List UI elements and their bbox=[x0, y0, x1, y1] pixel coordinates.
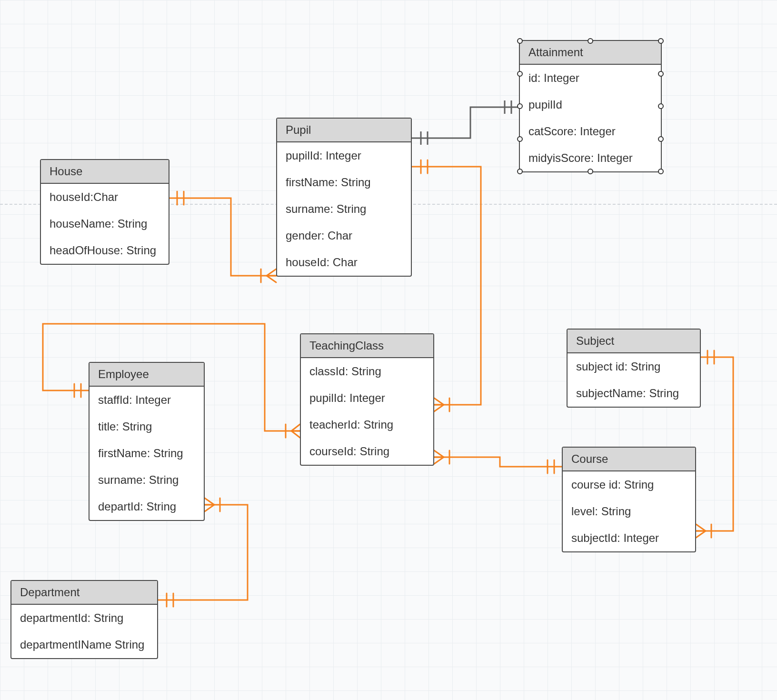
entity-course[interactable]: Course course id: String level: String s… bbox=[562, 447, 696, 552]
entity-title: Pupil bbox=[277, 119, 411, 142]
attr-row: catScore: Integer bbox=[520, 118, 661, 145]
selection-handle-w3[interactable] bbox=[517, 136, 523, 142]
selection-handle-sw[interactable] bbox=[517, 169, 523, 174]
entity-attrs: classId: String pupilId: Integer teacher… bbox=[301, 358, 433, 465]
entity-title: Attainment bbox=[520, 41, 661, 65]
attr-row: departmentId: String bbox=[11, 605, 157, 631]
entity-pupil[interactable]: Pupil pupilId: Integer firstName: String… bbox=[276, 118, 412, 277]
entity-house[interactable]: House houseId:Char houseName: String hea… bbox=[40, 159, 169, 265]
entity-title: House bbox=[41, 160, 169, 184]
selection-handle-e2[interactable] bbox=[658, 71, 664, 77]
entity-attainment[interactable]: Attainment id: Integer pupilId catScore:… bbox=[519, 40, 662, 172]
attr-row: staffId: Integer bbox=[90, 387, 204, 413]
attr-row: courseId: String bbox=[301, 438, 433, 465]
entity-attrs: subject id: String subjectName: String bbox=[568, 353, 700, 407]
entity-department[interactable]: Department departmentId: String departme… bbox=[10, 580, 158, 659]
selection-handle-nw[interactable] bbox=[517, 38, 523, 44]
attr-row: surname: String bbox=[90, 467, 204, 493]
attr-row: firstName: String bbox=[90, 440, 204, 467]
attr-row: departId: String bbox=[90, 493, 204, 520]
entity-attrs: id: Integer pupilId catScore: Integer mi… bbox=[520, 65, 661, 171]
attr-row: houseName: String bbox=[41, 210, 169, 237]
entity-attrs: departmentId: String departmentIName Str… bbox=[11, 605, 157, 658]
entity-employee[interactable]: Employee staffId: Integer title: String … bbox=[89, 362, 205, 521]
attr-row: firstName: String bbox=[277, 169, 411, 196]
entity-attrs: pupilId: Integer firstName: String surna… bbox=[277, 142, 411, 276]
selection-handle-e3[interactable] bbox=[658, 136, 664, 142]
attr-row: classId: String bbox=[301, 358, 433, 385]
entity-subject[interactable]: Subject subject id: String subjectName: … bbox=[567, 329, 701, 408]
attr-row: houseId: Char bbox=[277, 249, 411, 276]
selection-handle-se[interactable] bbox=[658, 169, 664, 174]
attr-row: houseId:Char bbox=[41, 184, 169, 210]
entity-title: TeachingClass bbox=[301, 334, 433, 358]
entity-attrs: staffId: Integer title: String firstName… bbox=[90, 387, 204, 520]
selection-handle-e[interactable] bbox=[658, 103, 664, 109]
entity-title: Employee bbox=[90, 363, 204, 387]
selection-handle-w[interactable] bbox=[517, 103, 523, 109]
attr-row: subjectName: String bbox=[568, 380, 700, 407]
attr-row: id: Integer bbox=[520, 65, 661, 91]
attr-row: midyisScore: Integer bbox=[520, 145, 661, 171]
selection-handle-n[interactable] bbox=[588, 38, 593, 44]
attr-row: headOfHouse: String bbox=[41, 237, 169, 264]
entity-attrs: houseId:Char houseName: String headOfHou… bbox=[41, 184, 169, 264]
attr-row: subject id: String bbox=[568, 353, 700, 380]
attr-row: pupilId bbox=[520, 91, 661, 118]
attr-row: teacherId: String bbox=[301, 411, 433, 438]
entity-attrs: course id: String level: String subjectI… bbox=[563, 471, 695, 551]
attr-row: gender: Char bbox=[277, 222, 411, 249]
entity-title: Department bbox=[11, 581, 157, 605]
attr-row: pupilId: Integer bbox=[301, 385, 433, 411]
attr-row: level: String bbox=[563, 498, 695, 525]
selection-handle-s[interactable] bbox=[588, 169, 593, 174]
attr-row: pupilId: Integer bbox=[277, 142, 411, 169]
selection-handle-w2[interactable] bbox=[517, 71, 523, 77]
attr-row: subjectId: Integer bbox=[563, 525, 695, 551]
attr-row: title: String bbox=[90, 413, 204, 440]
attr-row: departmentIName String bbox=[11, 631, 157, 658]
entity-title: Course bbox=[563, 448, 695, 471]
selection-handle-ne[interactable] bbox=[658, 38, 664, 44]
attr-row: surname: String bbox=[277, 196, 411, 222]
diagram-canvas[interactable]: House houseId:Char houseName: String hea… bbox=[0, 0, 777, 700]
entity-title: Subject bbox=[568, 330, 700, 353]
attr-row: course id: String bbox=[563, 471, 695, 498]
entity-teachingclass[interactable]: TeachingClass classId: String pupilId: I… bbox=[300, 333, 434, 466]
